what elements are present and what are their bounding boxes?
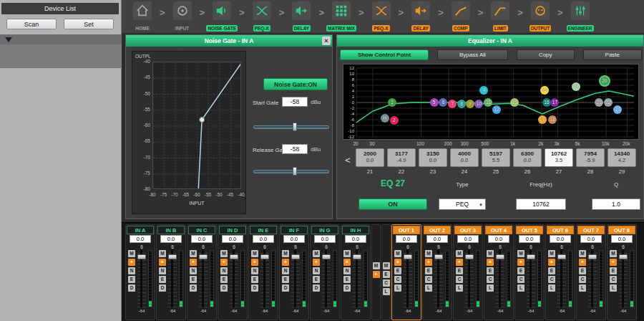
- fader-handle[interactable]: [353, 254, 361, 259]
- channel-gain-value[interactable]: 0.0: [488, 235, 509, 243]
- channel-label[interactable]: IN A: [127, 226, 154, 234]
- channel-n-button[interactable]: N: [343, 267, 351, 274]
- channel-e-button[interactable]: E: [517, 267, 525, 274]
- channel-fader[interactable]: [496, 250, 504, 307]
- channel-l-button[interactable]: L: [487, 284, 494, 292]
- channel-e-button[interactable]: E: [579, 267, 586, 274]
- channel-fader[interactable]: [353, 250, 361, 307]
- channel-fader[interactable]: [230, 250, 238, 307]
- eq-band-box[interactable]: 3177-4.9: [387, 148, 416, 167]
- channel---button[interactable]: +: [425, 259, 432, 266]
- eq-point-16[interactable]: 16: [542, 98, 551, 107]
- channel-label[interactable]: IN G: [311, 226, 338, 234]
- channel-m-button[interactable]: M: [548, 250, 555, 257]
- channel-l-button[interactable]: L: [517, 284, 525, 292]
- channel---button[interactable]: +: [313, 259, 320, 266]
- bus-c-button[interactable]: C: [383, 279, 390, 287]
- channel-fader[interactable]: [619, 250, 628, 307]
- channel-d-button[interactable]: D: [159, 284, 166, 292]
- fader-handle[interactable]: [260, 254, 269, 259]
- eq-band-26[interactable]: 63000.026: [513, 148, 542, 175]
- eq-point-12[interactable]: 12: [492, 105, 501, 114]
- copy-button[interactable]: Copy: [517, 49, 575, 60]
- toolbar-item-limit[interactable]: LIMIT: [484, 1, 517, 33]
- eq-point-9[interactable]: 9: [466, 100, 474, 108]
- channel-m-button[interactable]: M: [456, 250, 463, 257]
- channel-gain-value[interactable]: 0.0: [222, 235, 243, 243]
- channel-gain-value[interactable]: 0.0: [426, 235, 448, 243]
- channel---button[interactable]: +: [610, 259, 617, 266]
- bus---button[interactable]: +: [373, 271, 380, 278]
- eq-point-5[interactable]: 5: [430, 98, 439, 107]
- channel-gain-value[interactable]: 0.0: [345, 235, 366, 243]
- eq-on-button[interactable]: ON: [358, 198, 427, 210]
- channel-e-button[interactable]: E: [313, 276, 320, 283]
- channel-n-button[interactable]: N: [282, 267, 289, 274]
- channel-label[interactable]: IN E: [250, 226, 277, 234]
- toolbar-item-comp[interactable]: COMP: [444, 1, 477, 33]
- fader-handle[interactable]: [465, 254, 474, 259]
- prev-bands-button[interactable]: <: [343, 151, 353, 170]
- eq-point-H[interactable]: H: [381, 114, 389, 123]
- fader-handle[interactable]: [291, 254, 300, 259]
- channel-fader[interactable]: [260, 250, 269, 307]
- eq-band-28[interactable]: 7954-5.928: [576, 148, 605, 175]
- eq-q-field[interactable]: 1.0: [592, 198, 640, 210]
- channel-gain-value[interactable]: 0.0: [519, 235, 540, 243]
- channel-n-button[interactable]: N: [220, 267, 228, 274]
- channel-c-button[interactable]: C: [517, 276, 525, 283]
- channel-m-button[interactable]: M: [251, 250, 258, 257]
- channel-c-button[interactable]: C: [579, 276, 586, 283]
- eq-band-29[interactable]: 143404.229: [608, 148, 636, 175]
- bypass-all-button[interactable]: Bypass All: [437, 49, 508, 60]
- channel-d-button[interactable]: D: [313, 284, 320, 292]
- channel-m-button[interactable]: M: [220, 250, 228, 257]
- channel-fader[interactable]: [137, 250, 146, 307]
- channel-m-button[interactable]: M: [190, 250, 197, 257]
- eq-band-25[interactable]: 51975.525: [482, 148, 510, 175]
- toolbar-item-delay[interactable]: DELAY: [285, 1, 318, 33]
- channel-m-button[interactable]: M: [487, 250, 494, 257]
- channel-m-button[interactable]: M: [159, 250, 166, 257]
- channel-label[interactable]: IN C: [188, 226, 215, 234]
- channel-gain-value[interactable]: 0.0: [580, 235, 602, 243]
- channel-fader[interactable]: [322, 250, 331, 307]
- channel-d-button[interactable]: D: [251, 284, 258, 292]
- fader-handle[interactable]: [588, 254, 597, 259]
- eq-band-27[interactable]: 107623.527: [545, 148, 573, 175]
- channel-n-button[interactable]: N: [159, 267, 166, 274]
- toolbar-item-delay[interactable]: DELAY: [404, 1, 437, 33]
- toolbar-item-peq-x[interactable]: PEQ-X: [245, 1, 278, 33]
- channel---button[interactable]: +: [579, 259, 586, 266]
- eq-point-7[interactable]: 7: [448, 100, 457, 108]
- toolbar-item-home[interactable]: HOME: [126, 1, 159, 33]
- channel-c-button[interactable]: C: [425, 276, 432, 283]
- channel-n-button[interactable]: N: [251, 267, 258, 274]
- eq-band-box[interactable]: 107623.5: [545, 148, 573, 167]
- eq-point-15[interactable]: 15: [540, 86, 549, 95]
- channel-label[interactable]: OUT 5: [516, 226, 543, 234]
- fader-handle[interactable]: [168, 254, 177, 259]
- channel---button[interactable]: +: [251, 259, 258, 266]
- toolbar-item-peq-x[interactable]: PEQ-X: [365, 1, 398, 33]
- eq-band-22[interactable]: 3177-4.922: [387, 148, 416, 175]
- channel-c-button[interactable]: C: [456, 276, 463, 283]
- fader-handle[interactable]: [619, 254, 628, 259]
- eq-point-14[interactable]: 14: [538, 115, 547, 124]
- eq-type-dropdown[interactable]: PEQ ▼: [439, 198, 486, 210]
- fader-handle[interactable]: [434, 254, 443, 259]
- channel-d-button[interactable]: D: [343, 284, 351, 292]
- fader-handle[interactable]: [496, 254, 504, 259]
- fader-handle[interactable]: [404, 254, 412, 259]
- channel-n-button[interactable]: N: [313, 267, 320, 274]
- noise-gate-panel-titlebar[interactable]: Noise Gate - IN A ×: [126, 35, 332, 47]
- eq-band-23[interactable]: 31500.023: [419, 148, 447, 175]
- start-gate-value[interactable]: -58: [282, 97, 308, 107]
- channel-fader[interactable]: [404, 250, 412, 307]
- fader-handle[interactable]: [557, 254, 566, 259]
- channel-fader[interactable]: [557, 250, 566, 307]
- start-gate-slider-handle[interactable]: [293, 123, 297, 131]
- channel-gain-value[interactable]: 0.0: [314, 235, 336, 243]
- channel---button[interactable]: +: [282, 259, 289, 266]
- channel---button[interactable]: +: [487, 259, 494, 266]
